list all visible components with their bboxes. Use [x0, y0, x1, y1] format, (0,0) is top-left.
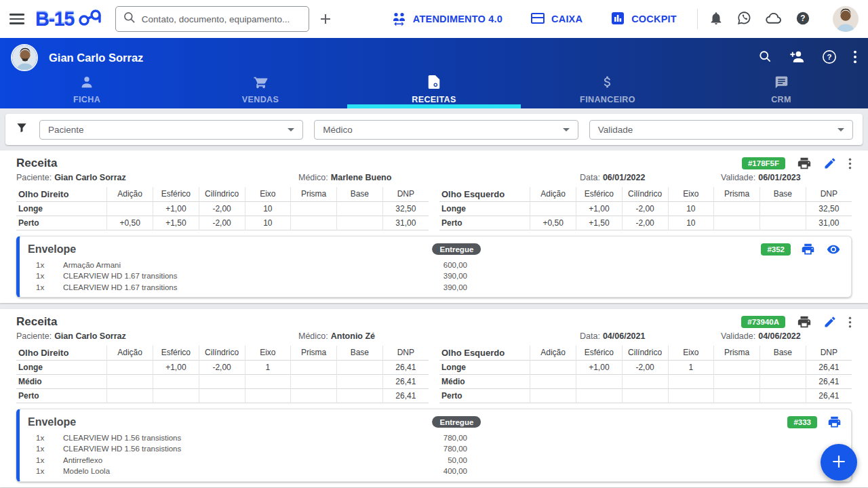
tab-receitas[interactable]: RECEITAS: [347, 70, 521, 108]
eye-value-cell: [337, 374, 383, 388]
eye-value-cell: [199, 388, 245, 403]
tab-label: RECEITAS: [412, 95, 456, 104]
column-header: Cilíndrico: [199, 346, 245, 360]
nav-cockpit[interactable]: COCKPIT: [610, 10, 677, 28]
filter-validade[interactable]: Validade: [589, 120, 853, 140]
eye-value-cell: 26,41: [806, 360, 852, 374]
eye-row-label: Médio: [16, 374, 107, 388]
eye-value-cell: [291, 388, 337, 403]
eye-value-cell: [760, 201, 806, 216]
meta-medico: Médico:Antonio Zé: [298, 331, 580, 341]
logo-text: B-15: [35, 8, 74, 30]
add-fab[interactable]: [821, 444, 857, 481]
filter-medico[interactable]: Médico: [314, 120, 578, 140]
eye-value-cell: [530, 388, 576, 403]
eye-value-cell: -2,00: [622, 216, 668, 230]
kebab-icon[interactable]: [848, 157, 852, 170]
eye-table-title: Olho Direito: [16, 187, 107, 201]
item-quantity: 1x: [36, 434, 63, 442]
eye-value-cell: 10: [668, 201, 714, 216]
item-quantity: 1x: [36, 456, 63, 464]
tab-financeiro[interactable]: FINANCEIRO: [521, 70, 694, 108]
eye-row-label: Médio: [439, 374, 530, 388]
dollar-icon: [600, 75, 615, 92]
search-input[interactable]: [142, 14, 302, 24]
person-add-icon[interactable]: [789, 49, 806, 66]
column-header: Base: [337, 187, 383, 201]
column-header: DNP: [806, 346, 852, 360]
column-header: Cilíndrico: [622, 346, 668, 360]
eye-value-cell: 26,41: [382, 374, 429, 388]
customer-avatar[interactable]: [11, 44, 38, 71]
eye-value-cell: 1: [245, 360, 291, 374]
nav-label: COCKPIT: [631, 14, 677, 24]
envelope-item: 1xCLEARVIEW HD 1.56 transistions780,00: [28, 432, 842, 444]
print-icon[interactable]: [801, 242, 815, 256]
column-header: Eixo: [668, 187, 714, 201]
add-icon[interactable]: [317, 11, 334, 27]
view-envelope-button[interactable]: [825, 243, 842, 256]
search-icon[interactable]: [758, 49, 772, 66]
eye-value-cell: 32,50: [806, 201, 852, 216]
edit-icon[interactable]: [823, 157, 837, 170]
eye-table-title: Olho Esquerdo: [439, 346, 530, 360]
eye-row-label: Perto: [16, 388, 107, 403]
envelope-item: 1xCLEARVIEW HD 1.56 transistions780,00: [28, 443, 842, 455]
eye-value-cell: -2,00: [622, 360, 668, 374]
kebab-icon[interactable]: [848, 316, 852, 329]
notifications-icon[interactable]: [709, 11, 724, 28]
eye-table-title: Olho Direito: [16, 346, 107, 360]
item-price: 390,00: [386, 283, 467, 291]
item-price: 390,00: [386, 272, 467, 280]
filter-label: Paciente: [48, 125, 84, 135]
nav-caixa[interactable]: CAIXA: [530, 10, 583, 28]
chat-icon: [774, 75, 789, 92]
eye-value-cell: [668, 374, 714, 388]
print-icon[interactable]: [797, 314, 812, 329]
eye-value-cell: +1,50: [153, 216, 199, 230]
meta-validade: Validade:04/06/2022: [721, 331, 852, 341]
cloud-icon[interactable]: [765, 11, 783, 28]
print-icon[interactable]: [827, 415, 842, 429]
bar-chart-icon: [610, 10, 626, 28]
eye-value-cell: +0,50: [107, 216, 153, 230]
tab-ficha[interactable]: FICHA: [0, 70, 174, 108]
tab-crm[interactable]: CRM: [694, 70, 868, 108]
help-icon[interactable]: ?: [795, 11, 810, 28]
eye-value-cell: [760, 388, 806, 403]
chevron-down-icon: [563, 128, 570, 131]
column-header: Prisma: [714, 346, 760, 360]
eye-value-cell: [714, 360, 760, 374]
eye-row-label: Longe: [439, 360, 530, 374]
eye-value-cell: +1,00: [576, 360, 623, 374]
item-price: 780,00: [386, 434, 467, 442]
help-icon[interactable]: ?: [822, 49, 837, 66]
top-bar: B-15 ATENDIMENTO 4.0 CAIXA: [0, 0, 868, 38]
envelope-title: Envelope: [28, 243, 76, 256]
column-header: Cilíndrico: [622, 187, 668, 201]
eye-table-row: Longe+1,00-2,00126,41: [16, 360, 429, 374]
user-avatar[interactable]: [833, 6, 859, 32]
eye-value-cell: [576, 374, 623, 388]
kebab-icon[interactable]: [853, 49, 857, 66]
nav-atendimento[interactable]: ATENDIMENTO 4.0: [391, 10, 502, 28]
whatsapp-icon[interactable]: [736, 10, 752, 28]
eye-value-cell: +1,50: [576, 216, 623, 230]
filter-paciente[interactable]: Paciente: [39, 120, 303, 140]
people-arrows-icon: [391, 10, 408, 28]
meta-medico: Médico:Marlene Bueno: [298, 173, 580, 182]
receita-meta: Paciente:Gian Carlo Sorraz Médico:Marlen…: [16, 173, 852, 182]
tab-label: FINANCEIRO: [580, 95, 635, 104]
glasses-icon: [77, 8, 104, 30]
eye-value-cell: [337, 360, 383, 374]
eye-row-label: Longe: [439, 201, 530, 216]
edit-icon[interactable]: [823, 315, 837, 329]
column-header: Esférico: [576, 187, 623, 201]
column-header: Base: [337, 346, 383, 360]
item-quantity: 1x: [36, 445, 63, 453]
eye-row-label: Longe: [16, 360, 107, 374]
person-icon: [79, 75, 94, 92]
tab-vendas[interactable]: VENDAS: [174, 70, 347, 108]
menu-icon[interactable]: [9, 14, 24, 24]
print-icon[interactable]: [797, 156, 812, 171]
